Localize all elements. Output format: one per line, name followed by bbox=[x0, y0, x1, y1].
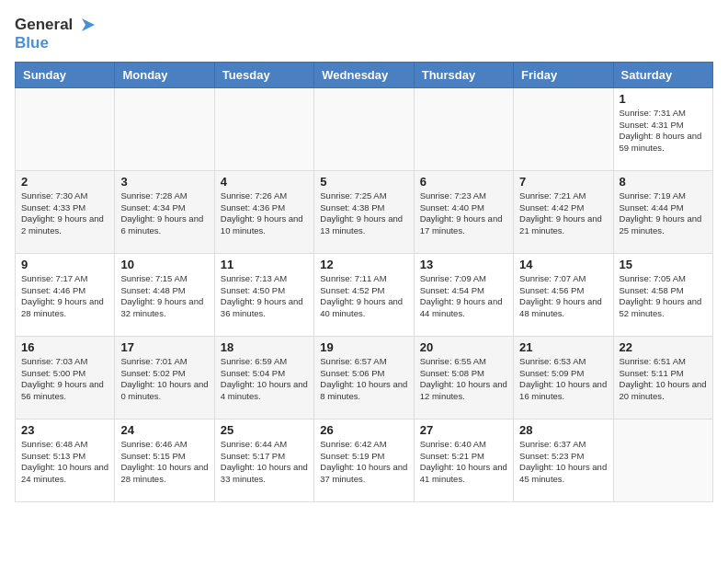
calendar-week-row: 16Sunrise: 7:03 AM Sunset: 5:00 PM Dayli… bbox=[16, 336, 713, 419]
calendar-cell: 13Sunrise: 7:09 AM Sunset: 4:54 PM Dayli… bbox=[414, 253, 513, 336]
cell-text: Sunrise: 6:55 AM Sunset: 5:08 PM Dayligh… bbox=[420, 356, 507, 403]
day-number: 17 bbox=[120, 340, 208, 354]
cell-text: Sunrise: 7:21 AM Sunset: 4:42 PM Dayligh… bbox=[519, 190, 607, 237]
day-number: 10 bbox=[120, 258, 208, 271]
cell-text: Sunrise: 7:25 AM Sunset: 4:38 PM Dayligh… bbox=[320, 190, 407, 237]
column-header-wednesday: Wednesday bbox=[314, 62, 414, 87]
calendar-cell: 7Sunrise: 7:21 AM Sunset: 4:42 PM Daylig… bbox=[514, 170, 613, 253]
calendar-cell: 21Sunrise: 6:53 AM Sunset: 5:09 PM Dayli… bbox=[514, 336, 613, 419]
day-number: 18 bbox=[221, 340, 308, 354]
day-number: 9 bbox=[21, 258, 108, 271]
calendar-cell bbox=[414, 87, 513, 170]
calendar-cell: 9Sunrise: 7:17 AM Sunset: 4:46 PM Daylig… bbox=[16, 253, 115, 336]
calendar-cell: 23Sunrise: 6:48 AM Sunset: 5:13 PM Dayli… bbox=[16, 419, 115, 501]
cell-text: Sunrise: 7:13 AM Sunset: 4:50 PM Dayligh… bbox=[221, 273, 308, 320]
calendar-cell: 8Sunrise: 7:19 AM Sunset: 4:44 PM Daylig… bbox=[613, 170, 712, 253]
calendar-cell: 26Sunrise: 6:42 AM Sunset: 5:19 PM Dayli… bbox=[314, 419, 414, 501]
calendar-cell bbox=[115, 87, 214, 170]
logo: General Blue bbox=[15, 15, 95, 52]
calendar-cell: 16Sunrise: 7:03 AM Sunset: 5:00 PM Dayli… bbox=[16, 336, 115, 419]
cell-text: Sunrise: 6:37 AM Sunset: 5:23 PM Dayligh… bbox=[519, 439, 607, 486]
calendar-cell: 17Sunrise: 7:01 AM Sunset: 5:02 PM Dayli… bbox=[115, 336, 214, 419]
day-number: 3 bbox=[120, 175, 208, 189]
cell-text: Sunrise: 6:48 AM Sunset: 5:13 PM Dayligh… bbox=[21, 439, 108, 486]
svg-marker-0 bbox=[82, 18, 95, 31]
day-number: 21 bbox=[519, 340, 607, 354]
calendar-week-row: 2Sunrise: 7:30 AM Sunset: 4:33 PM Daylig… bbox=[16, 170, 713, 253]
cell-text: Sunrise: 7:17 AM Sunset: 4:46 PM Dayligh… bbox=[21, 273, 108, 320]
day-number: 8 bbox=[620, 175, 707, 189]
calendar-cell bbox=[314, 87, 414, 170]
calendar-cell: 28Sunrise: 6:37 AM Sunset: 5:23 PM Dayli… bbox=[514, 419, 613, 501]
calendar-cell: 5Sunrise: 7:25 AM Sunset: 4:38 PM Daylig… bbox=[314, 170, 414, 253]
calendar-cell: 20Sunrise: 6:55 AM Sunset: 5:08 PM Dayli… bbox=[414, 336, 513, 419]
column-header-tuesday: Tuesday bbox=[214, 62, 313, 87]
day-number: 16 bbox=[21, 340, 108, 354]
calendar-cell: 3Sunrise: 7:28 AM Sunset: 4:34 PM Daylig… bbox=[115, 170, 214, 253]
day-number: 12 bbox=[320, 258, 407, 271]
logo-bird-icon bbox=[74, 15, 95, 35]
day-number: 6 bbox=[420, 175, 507, 189]
day-number: 15 bbox=[620, 258, 707, 271]
day-number: 28 bbox=[519, 423, 607, 437]
column-header-thursday: Thursday bbox=[414, 62, 513, 87]
column-header-sunday: Sunday bbox=[16, 62, 115, 87]
day-number: 20 bbox=[420, 340, 507, 354]
cell-text: Sunrise: 6:44 AM Sunset: 5:17 PM Dayligh… bbox=[221, 439, 308, 486]
calendar-header-row: SundayMondayTuesdayWednesdayThursdayFrid… bbox=[16, 62, 713, 87]
cell-text: Sunrise: 7:05 AM Sunset: 4:58 PM Dayligh… bbox=[620, 273, 707, 320]
column-header-monday: Monday bbox=[115, 62, 214, 87]
calendar-cell: 4Sunrise: 7:26 AM Sunset: 4:36 PM Daylig… bbox=[214, 170, 313, 253]
day-number: 4 bbox=[221, 175, 308, 189]
cell-text: Sunrise: 6:40 AM Sunset: 5:21 PM Dayligh… bbox=[420, 439, 507, 486]
calendar-cell bbox=[214, 87, 313, 170]
day-number: 26 bbox=[320, 423, 407, 437]
calendar-cell: 18Sunrise: 6:59 AM Sunset: 5:04 PM Dayli… bbox=[214, 336, 313, 419]
day-number: 23 bbox=[21, 423, 108, 437]
cell-text: Sunrise: 6:59 AM Sunset: 5:04 PM Dayligh… bbox=[221, 356, 308, 403]
day-number: 7 bbox=[519, 175, 607, 189]
calendar-cell bbox=[613, 419, 712, 501]
calendar-cell bbox=[16, 87, 115, 170]
calendar-cell: 12Sunrise: 7:11 AM Sunset: 4:52 PM Dayli… bbox=[314, 253, 414, 336]
calendar-cell bbox=[514, 87, 613, 170]
calendar-cell: 1Sunrise: 7:31 AM Sunset: 4:31 PM Daylig… bbox=[613, 87, 712, 170]
page-header: General Blue bbox=[15, 15, 713, 52]
cell-text: Sunrise: 6:53 AM Sunset: 5:09 PM Dayligh… bbox=[519, 356, 607, 403]
cell-text: Sunrise: 7:09 AM Sunset: 4:54 PM Dayligh… bbox=[420, 273, 507, 320]
day-number: 22 bbox=[620, 340, 707, 354]
calendar-cell: 2Sunrise: 7:30 AM Sunset: 4:33 PM Daylig… bbox=[16, 170, 115, 253]
cell-text: Sunrise: 6:46 AM Sunset: 5:15 PM Dayligh… bbox=[120, 439, 208, 486]
calendar-table: SundayMondayTuesdayWednesdayThursdayFrid… bbox=[15, 62, 713, 502]
cell-text: Sunrise: 7:30 AM Sunset: 4:33 PM Dayligh… bbox=[21, 190, 108, 237]
day-number: 19 bbox=[320, 340, 407, 354]
day-number: 27 bbox=[420, 423, 507, 437]
logo-general-text: General bbox=[15, 17, 73, 34]
cell-text: Sunrise: 7:07 AM Sunset: 4:56 PM Dayligh… bbox=[519, 273, 607, 320]
day-number: 11 bbox=[221, 258, 308, 271]
calendar-cell: 19Sunrise: 6:57 AM Sunset: 5:06 PM Dayli… bbox=[314, 336, 414, 419]
cell-text: Sunrise: 7:19 AM Sunset: 4:44 PM Dayligh… bbox=[620, 190, 707, 237]
column-header-friday: Friday bbox=[514, 62, 613, 87]
calendar-cell: 22Sunrise: 6:51 AM Sunset: 5:11 PM Dayli… bbox=[613, 336, 712, 419]
cell-text: Sunrise: 7:31 AM Sunset: 4:31 PM Dayligh… bbox=[620, 108, 707, 155]
day-number: 24 bbox=[120, 423, 208, 437]
logo-blue-text: Blue bbox=[15, 35, 95, 52]
cell-text: Sunrise: 7:26 AM Sunset: 4:36 PM Dayligh… bbox=[221, 190, 308, 237]
calendar-cell: 25Sunrise: 6:44 AM Sunset: 5:17 PM Dayli… bbox=[214, 419, 313, 501]
day-number: 1 bbox=[620, 92, 707, 106]
logo-container: General Blue bbox=[15, 15, 95, 52]
day-number: 13 bbox=[420, 258, 507, 271]
cell-text: Sunrise: 6:42 AM Sunset: 5:19 PM Dayligh… bbox=[320, 439, 407, 486]
calendar-week-row: 23Sunrise: 6:48 AM Sunset: 5:13 PM Dayli… bbox=[16, 419, 713, 501]
calendar-cell: 27Sunrise: 6:40 AM Sunset: 5:21 PM Dayli… bbox=[414, 419, 513, 501]
calendar-week-row: 9Sunrise: 7:17 AM Sunset: 4:46 PM Daylig… bbox=[16, 253, 713, 336]
cell-text: Sunrise: 7:11 AM Sunset: 4:52 PM Dayligh… bbox=[320, 273, 407, 320]
calendar-cell: 15Sunrise: 7:05 AM Sunset: 4:58 PM Dayli… bbox=[613, 253, 712, 336]
cell-text: Sunrise: 6:57 AM Sunset: 5:06 PM Dayligh… bbox=[320, 356, 407, 403]
cell-text: Sunrise: 7:03 AM Sunset: 5:00 PM Dayligh… bbox=[21, 356, 108, 403]
calendar-cell: 10Sunrise: 7:15 AM Sunset: 4:48 PM Dayli… bbox=[115, 253, 214, 336]
column-header-saturday: Saturday bbox=[613, 62, 712, 87]
cell-text: Sunrise: 7:23 AM Sunset: 4:40 PM Dayligh… bbox=[420, 190, 507, 237]
calendar-cell: 6Sunrise: 7:23 AM Sunset: 4:40 PM Daylig… bbox=[414, 170, 513, 253]
